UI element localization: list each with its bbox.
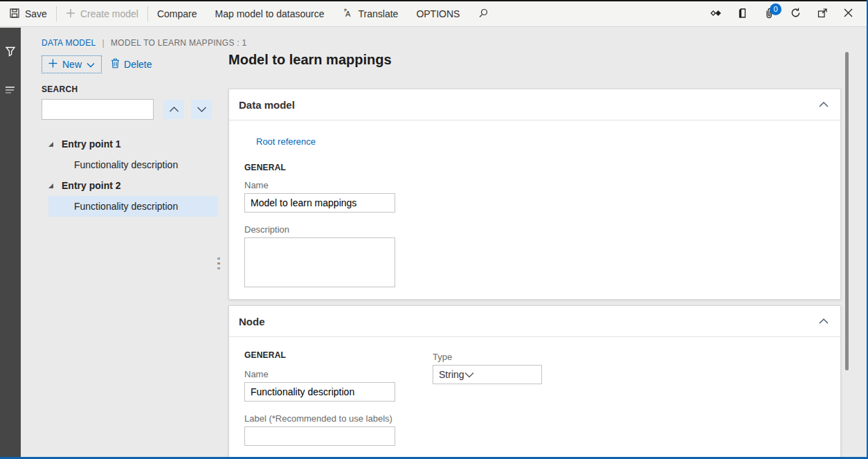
tree-item-functionality-description-1[interactable]: Functionality description — [48, 154, 218, 175]
tree-item-label: Functionality description — [74, 159, 178, 170]
filter-icon[interactable] — [5, 46, 16, 60]
chevron-down-icon — [464, 369, 474, 380]
breadcrumb-separator: | — [102, 38, 105, 48]
chevron-down-icon — [87, 59, 95, 70]
model-tree: Entry point 1 Functionality description … — [21, 134, 226, 217]
node-general-group-label: GENERAL — [244, 350, 286, 360]
popout-icon — [817, 8, 828, 21]
toolbar-right-icons: 0 — [702, 1, 868, 27]
personalization-button[interactable] — [702, 1, 730, 27]
map-model-label: Map model to datasource — [215, 8, 325, 19]
node-type-value: String — [439, 369, 464, 380]
attachments-button[interactable]: 0 — [756, 1, 782, 27]
breadcrumb: DATA MODEL|MODEL TO LEARN MAPPINGS : 1 — [21, 28, 226, 48]
translate-label: Translate — [359, 8, 399, 19]
left-nav-strip — [0, 28, 21, 459]
create-model-button[interactable]: Create model — [57, 1, 147, 26]
search-row — [42, 99, 226, 120]
panel-splitter-handle[interactable] — [217, 258, 220, 269]
tree-item-label: Entry point 1 — [62, 138, 121, 150]
node-label-input[interactable] — [244, 426, 395, 446]
tree-item-label: Functionality description — [74, 201, 178, 212]
breadcrumb-page: MODEL TO LEARN MAPPINGS : 1 — [111, 38, 247, 48]
delete-button[interactable]: Delete — [108, 55, 154, 73]
chevron-down-icon — [197, 105, 207, 115]
refresh-icon — [790, 7, 802, 21]
data-model-general-group-label: GENERAL — [244, 163, 286, 172]
plus-icon — [66, 8, 75, 20]
book-icon — [737, 8, 748, 21]
data-model-description-label: Description — [244, 224, 289, 235]
node-type-label: Type — [433, 352, 452, 362]
plus-icon — [48, 59, 57, 70]
data-model-description-input[interactable] — [244, 237, 395, 287]
tree-item-entry-point-2[interactable]: Entry point 2 — [48, 175, 218, 196]
translate-button[interactable]: A Translate — [334, 1, 408, 26]
open-in-new-window-button[interactable] — [809, 1, 835, 27]
search-section-label: SEARCH — [42, 84, 226, 94]
toolbar-search-button[interactable] — [469, 1, 498, 26]
tree-item-functionality-description-2-selected[interactable]: Functionality description — [48, 196, 218, 217]
data-model-section: Data model Root reference GENERAL Name D… — [228, 89, 841, 300]
tree-expander-icon[interactable] — [48, 142, 53, 147]
find-next-button[interactable] — [191, 100, 212, 119]
window-top-edge — [0, 0, 868, 1]
node-name-input[interactable] — [244, 382, 395, 402]
svg-text:A: A — [345, 10, 351, 18]
action-pane-toolbar: Save Create model Compare Map model to d… — [0, 1, 868, 27]
panel-action-bar: New Delete — [42, 55, 226, 73]
node-type-select[interactable]: String — [433, 365, 542, 384]
create-model-label: Create model — [80, 8, 138, 19]
node-section-header[interactable]: Node — [229, 306, 840, 337]
new-button[interactable]: New — [42, 55, 102, 73]
compare-label: Compare — [157, 8, 197, 19]
tree-item-entry-point-1[interactable]: Entry point 1 — [48, 134, 218, 154]
chevron-up-icon — [169, 105, 179, 115]
compare-button[interactable]: Compare — [148, 1, 206, 26]
node-label-label: Label (*Recommended to use labels) — [244, 413, 392, 424]
save-icon — [9, 8, 20, 21]
tree-panel: DATA MODEL|MODEL TO LEARN MAPPINGS : 1 N… — [21, 28, 226, 459]
collapse-icon[interactable] — [818, 99, 829, 111]
node-section: Node GENERAL Name Type String Label (*Re… — [228, 305, 841, 459]
task-list-icon[interactable] — [5, 84, 16, 97]
node-section-title: Node — [239, 316, 265, 327]
attachments-count-badge: 0 — [770, 3, 781, 15]
save-label: Save — [25, 8, 47, 19]
options-label: OPTIONS — [416, 8, 460, 19]
trash-icon — [111, 58, 120, 71]
node-name-label: Name — [244, 369, 269, 379]
close-button[interactable] — [835, 1, 861, 27]
data-model-section-title: Data model — [239, 99, 295, 111]
map-model-to-datasource-button[interactable]: Map model to datasource — [206, 1, 334, 26]
search-icon — [478, 8, 489, 21]
page-title: Model to learn mappings — [228, 52, 392, 68]
help-guide-button[interactable] — [730, 1, 756, 27]
tree-expander-icon[interactable] — [48, 183, 53, 188]
diamonds-icon — [709, 8, 722, 21]
vertical-scrollbar[interactable] — [845, 52, 849, 370]
refresh-button[interactable] — [782, 1, 809, 27]
data-model-name-label: Name — [244, 180, 269, 190]
delete-button-label: Delete — [124, 59, 152, 70]
tree-search-input[interactable] — [42, 99, 154, 120]
translate-icon: A — [343, 8, 354, 21]
root-reference-link[interactable]: Root reference — [256, 136, 316, 147]
find-previous-button[interactable] — [163, 100, 184, 119]
new-button-label: New — [62, 59, 82, 70]
data-model-section-header[interactable]: Data model — [229, 89, 840, 120]
data-model-name-input[interactable] — [244, 193, 395, 213]
breadcrumb-module-link[interactable]: DATA MODEL — [42, 38, 96, 48]
close-icon — [843, 8, 853, 20]
options-menu-button[interactable]: OPTIONS — [407, 1, 469, 26]
save-button[interactable]: Save — [0, 1, 56, 26]
tree-item-label: Entry point 2 — [62, 180, 121, 191]
collapse-icon[interactable] — [818, 316, 829, 327]
